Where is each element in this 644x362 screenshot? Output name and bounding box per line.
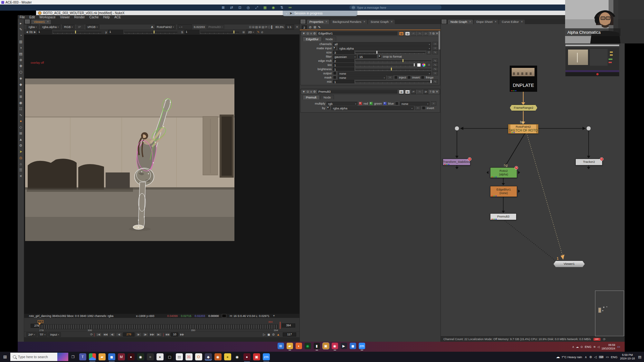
fps-dropdown[interactable]: 24* (26, 332, 37, 337)
threed-tool-icon[interactable]: ◆ (19, 81, 22, 88)
transform-tool-icon[interactable]: ⬡ (19, 69, 23, 75)
record-icon[interactable]: ◉ (269, 5, 278, 10)
help-icon[interactable]: ? (430, 90, 431, 93)
tab-viewer1[interactable]: Viewer1✕ (31, 20, 51, 24)
transport-button[interactable]: ▶▶ (149, 332, 155, 337)
menu-item[interactable]: File (20, 15, 25, 19)
tab-properties[interactable]: Properties✕ (307, 20, 329, 24)
warp-tool-icon[interactable]: ◈ (19, 75, 22, 81)
local-lang[interactable]: ENG (611, 355, 618, 359)
undo-icon[interactable]: ↶ (411, 32, 416, 36)
nodegraph-minimap[interactable]: ✦ (595, 291, 624, 336)
center-node-icon[interactable]: ⊙ (307, 32, 309, 35)
invert-checkbox[interactable] (407, 76, 411, 79)
tint-swatch[interactable] (417, 63, 421, 67)
zoom-level[interactable]: 83.3% (276, 25, 284, 29)
channel-matrix-button[interactable]: = (387, 75, 393, 79)
close-panel-icon[interactable]: ✕ (436, 32, 438, 35)
extra-channel-dropdown[interactable]: none (400, 102, 430, 106)
float-panel-icon[interactable]: ⧉ (432, 32, 434, 35)
channels-dropdown[interactable]: all (333, 42, 431, 46)
tint-slider[interactable] (355, 63, 416, 67)
circle-app-icon[interactable]: ○ (147, 353, 154, 360)
deep-tool-icon[interactable]: ≣ (19, 94, 22, 100)
mask-checkbox[interactable] (333, 76, 336, 79)
viewer-canvas[interactable]: overlay off (24, 34, 299, 314)
tint-channels-button[interactable]: 3 (427, 63, 431, 67)
remote-apps-icon[interactable]: ▦ (261, 5, 269, 10)
screenshare-thumbnail[interactable] (565, 45, 619, 76)
pause-icon[interactable]: ⊘ (261, 31, 263, 34)
close-tool-icon[interactable]: ✕ (19, 173, 22, 179)
fringe-checkbox[interactable] (421, 76, 424, 79)
particles-tool-icon[interactable]: ∗ (19, 88, 22, 94)
brightness-slider[interactable] (355, 68, 431, 71)
start-remote-icon[interactable]: ⊞ (278, 343, 284, 349)
by-dropdown[interactable]: rgba.alpha (331, 106, 414, 110)
chrome-icon[interactable] (89, 353, 96, 360)
other-tool-icon[interactable]: ⊞ (19, 130, 22, 136)
tint-field[interactable]: 1 (333, 63, 354, 67)
animation-curve-icon[interactable]: ∿ (432, 50, 438, 54)
crop-checkbox[interactable] (378, 55, 382, 58)
mix-slider[interactable] (355, 80, 431, 83)
network-icon[interactable]: ≋ (593, 345, 596, 348)
node-premult3[interactable]: Premult3 (490, 213, 516, 220)
node-color-button[interactable]: ▨ (399, 32, 404, 36)
webcam-video[interactable]: Alpha Chromatica (565, 0, 644, 43)
menu-item[interactable]: Help (103, 15, 110, 19)
center-node-icon[interactable]: ⊙ (307, 90, 309, 93)
gamma-field[interactable]: 1 (108, 30, 123, 34)
cloud-icon[interactable]: ☁ (576, 345, 579, 348)
extra-checkbox[interactable] (395, 102, 399, 105)
mic-icon[interactable]: ⊙ (580, 345, 583, 348)
view-mode-dropdown[interactable]: 2D (246, 30, 256, 34)
node-dnplate[interactable]: DNPLATE (510, 66, 537, 92)
lock-panels-icon[interactable]: ⊘ (309, 25, 311, 29)
transport-button[interactable]: ▶ (136, 332, 142, 337)
filter-size-field[interactable]: 15 (358, 55, 377, 58)
zoom-remote-icon[interactable]: zm (359, 343, 365, 349)
transport-button[interactable]: ◀| (109, 332, 115, 337)
red-checkbox[interactable] (359, 102, 362, 105)
output-dropdown[interactable]: none (338, 71, 431, 75)
lut-dropdown[interactable]: sRGB (86, 24, 99, 29)
node-name-field[interactable]: Premult3 (317, 90, 398, 94)
in-point-flag[interactable]: 278 (38, 320, 43, 323)
node-edgeblur1[interactable]: EdgeBlur1 (none) (490, 186, 517, 197)
maya-icon[interactable]: M (118, 353, 125, 360)
b-buffer-dropdown[interactable]: Premult3 (206, 24, 224, 29)
remote-lang[interactable]: ENG (585, 345, 592, 348)
menu-item[interactable]: Edit (29, 15, 35, 19)
merge-tool-icon[interactable]: ✚ (19, 63, 22, 69)
weather-widget[interactable]: ☁ 7°C Heavy rain (556, 355, 582, 359)
size-field[interactable]: 3 (333, 51, 354, 54)
close-icon[interactable]: ✕ (325, 20, 327, 23)
edge-mult-field[interactable]: 2 (333, 59, 354, 62)
timeline-ruler[interactable] (39, 324, 278, 329)
notification-bell-icon[interactable]: ▭ (617, 345, 620, 348)
monitor-one-icon[interactable]: ⊡ (236, 5, 244, 10)
animation-curve-icon[interactable]: ∿ (432, 59, 438, 63)
tab-node[interactable]: Node (320, 95, 334, 99)
gizmo-tool-icon[interactable]: ◇ (19, 124, 22, 130)
views-tool-icon[interactable]: ◉ (19, 100, 23, 106)
redo-icon[interactable]: ↷ (417, 90, 422, 94)
search-box[interactable]: Type here to search (10, 353, 68, 361)
text-color-button[interactable]: ▨ (405, 90, 410, 94)
viewer-more-icon[interactable]: ≋ (296, 25, 298, 28)
channel-matrix-button[interactable]: = (415, 106, 421, 110)
menu-item[interactable]: Render (74, 15, 85, 19)
ace-tool-icon[interactable]: ▲ (19, 136, 23, 143)
transport-button[interactable]: |▶ (142, 332, 148, 337)
close-icon[interactable]: ✕ (391, 20, 393, 23)
switch-monitor-icon[interactable]: ⇄ (227, 5, 236, 10)
size-channels-button[interactable]: 2 (427, 50, 431, 54)
wipe-dropdown[interactable]: - (177, 24, 192, 29)
mail-remote-icon[interactable]: ◉ (332, 343, 338, 349)
green-checkbox[interactable] (369, 102, 373, 105)
time-tool-icon[interactable]: ◔ (20, 32, 22, 39)
gain-field[interactable]: 1 (37, 30, 52, 34)
spotify-remote-icon[interactable]: ◉ (305, 343, 311, 349)
revert-icon[interactable]: ⟳ (423, 90, 428, 94)
